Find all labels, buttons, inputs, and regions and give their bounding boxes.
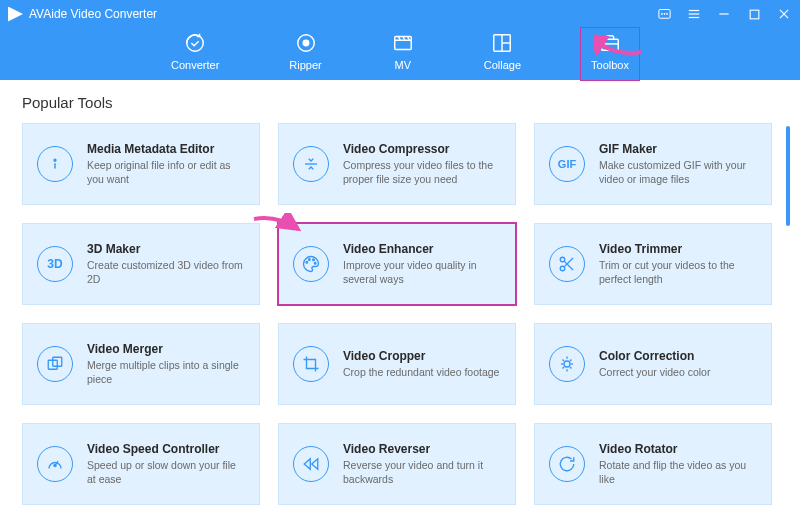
- main-nav: Converter Ripper MV Collage Toolbox: [0, 24, 800, 80]
- tool-desc: Compress your video files to the proper …: [343, 158, 501, 186]
- tool-title: Video Rotator: [599, 442, 757, 456]
- tool-video-rotator[interactable]: Video Rotator Rotate and flip the video …: [534, 423, 772, 505]
- compress-icon: [293, 146, 329, 182]
- gif-icon: GIF: [549, 146, 585, 182]
- scrollbar[interactable]: [786, 126, 790, 226]
- tool-desc: Merge multiple clips into a single piece: [87, 358, 245, 386]
- tool-title: GIF Maker: [599, 142, 757, 156]
- svg-point-24: [306, 262, 308, 264]
- svg-point-1: [661, 13, 662, 14]
- scissors-icon: [549, 246, 585, 282]
- nav-label: Collage: [484, 59, 521, 71]
- tool-speed-controller[interactable]: Video Speed Controller Speed up or slow …: [22, 423, 260, 505]
- crop-icon: [293, 346, 329, 382]
- rotate-icon: [549, 446, 585, 482]
- app-header: AVAide Video Converter Conver: [0, 0, 800, 80]
- tool-video-reverser[interactable]: Video Reverser Reverse your video and tu…: [278, 423, 516, 505]
- tool-title: Video Speed Controller: [87, 442, 245, 456]
- annotation-arrow-toolbox: [594, 34, 644, 60]
- tool-video-cropper[interactable]: Video Cropper Crop the redundant video f…: [278, 323, 516, 405]
- svg-point-21: [54, 159, 56, 161]
- tool-color-correction[interactable]: Color Correction Correct your video colo…: [534, 323, 772, 405]
- tool-title: Video Compressor: [343, 142, 501, 156]
- svg-point-25: [309, 259, 311, 261]
- svg-line-40: [570, 367, 572, 369]
- tool-title: Color Correction: [599, 349, 710, 363]
- tool-title: Video Reverser: [343, 442, 501, 456]
- maximize-button[interactable]: [746, 6, 762, 22]
- titlebar: AVAide Video Converter: [0, 0, 800, 24]
- mv-icon: [392, 32, 414, 54]
- annotation-arrow-enhancer: [252, 213, 302, 239]
- svg-point-27: [314, 262, 316, 264]
- section-title: Popular Tools: [22, 94, 778, 111]
- tool-video-enhancer[interactable]: Video Enhancer Improve your video qualit…: [278, 223, 516, 305]
- tool-title: Video Merger: [87, 342, 245, 356]
- tool-video-trimmer[interactable]: Video Trimmer Trim or cut your videos to…: [534, 223, 772, 305]
- svg-point-3: [666, 13, 667, 14]
- svg-point-34: [564, 361, 570, 367]
- nav-label: Converter: [171, 59, 219, 71]
- app-title: AVAide Video Converter: [29, 7, 157, 21]
- tool-title: Media Metadata Editor: [87, 142, 245, 156]
- svg-point-26: [313, 259, 315, 261]
- collage-icon: [491, 32, 513, 54]
- converter-icon: [184, 32, 206, 54]
- svg-point-2: [664, 13, 665, 14]
- tool-desc: Reverse your video and turn it backwards: [343, 458, 501, 486]
- svg-marker-45: [304, 459, 310, 470]
- tool-desc: Crop the redundant video footage: [343, 365, 499, 379]
- tool-desc: Speed up or slow down your file at ease: [87, 458, 245, 486]
- content-area: Popular Tools Media Metadata Editor Keep…: [0, 80, 800, 517]
- menu-icon[interactable]: [686, 6, 702, 22]
- svg-point-29: [560, 266, 565, 271]
- svg-line-39: [563, 360, 565, 362]
- tool-desc: Improve your video quality in several wa…: [343, 258, 501, 286]
- svg-point-44: [54, 464, 56, 466]
- svg-point-28: [560, 257, 565, 262]
- nav-ripper[interactable]: Ripper: [279, 28, 331, 80]
- nav-label: Toolbox: [591, 59, 629, 71]
- tool-desc: Create customized 3D video from 2D: [87, 258, 245, 286]
- svg-line-42: [570, 360, 572, 362]
- tool-video-merger[interactable]: Video Merger Merge multiple clips into a…: [22, 323, 260, 405]
- tool-title: Video Trimmer: [599, 242, 757, 256]
- tools-grid: Media Metadata Editor Keep original file…: [22, 123, 778, 505]
- titlebar-right: [656, 6, 792, 22]
- tool-desc: Keep original file info or edit as you w…: [87, 158, 245, 186]
- titlebar-left: AVAide Video Converter: [8, 7, 157, 22]
- nav-label: Ripper: [289, 59, 321, 71]
- nav-collage[interactable]: Collage: [474, 28, 531, 80]
- ripper-icon: [295, 32, 317, 54]
- minimize-button[interactable]: [716, 6, 732, 22]
- nav-converter[interactable]: Converter: [161, 28, 229, 80]
- info-icon: [37, 146, 73, 182]
- tool-desc: Rotate and flip the video as you like: [599, 458, 757, 486]
- speed-icon: [37, 446, 73, 482]
- svg-rect-8: [750, 10, 759, 19]
- color-icon: [549, 346, 585, 382]
- palette-icon: [293, 246, 329, 282]
- svg-point-13: [303, 40, 309, 46]
- tool-desc: Make customized GIF with your video or i…: [599, 158, 757, 186]
- tool-title: Video Cropper: [343, 349, 499, 363]
- 3d-icon: 3D: [37, 246, 73, 282]
- reverse-icon: [293, 446, 329, 482]
- svg-line-41: [563, 367, 565, 369]
- tool-metadata-editor[interactable]: Media Metadata Editor Keep original file…: [22, 123, 260, 205]
- tool-gif-maker[interactable]: GIF GIF Maker Make customized GIF with y…: [534, 123, 772, 205]
- feedback-icon[interactable]: [656, 6, 672, 22]
- tool-video-compressor[interactable]: Video Compressor Compress your video fil…: [278, 123, 516, 205]
- close-button[interactable]: [776, 6, 792, 22]
- tool-title: Video Enhancer: [343, 242, 501, 256]
- nav-label: MV: [394, 59, 411, 71]
- tool-desc: Correct your video color: [599, 365, 710, 379]
- merge-icon: [37, 346, 73, 382]
- tool-3d-maker[interactable]: 3D 3D Maker Create customized 3D video f…: [22, 223, 260, 305]
- tool-desc: Trim or cut your videos to the perfect l…: [599, 258, 757, 286]
- svg-marker-46: [312, 459, 318, 470]
- tool-title: 3D Maker: [87, 242, 245, 256]
- app-logo-icon: [8, 7, 23, 22]
- nav-mv[interactable]: MV: [382, 28, 424, 80]
